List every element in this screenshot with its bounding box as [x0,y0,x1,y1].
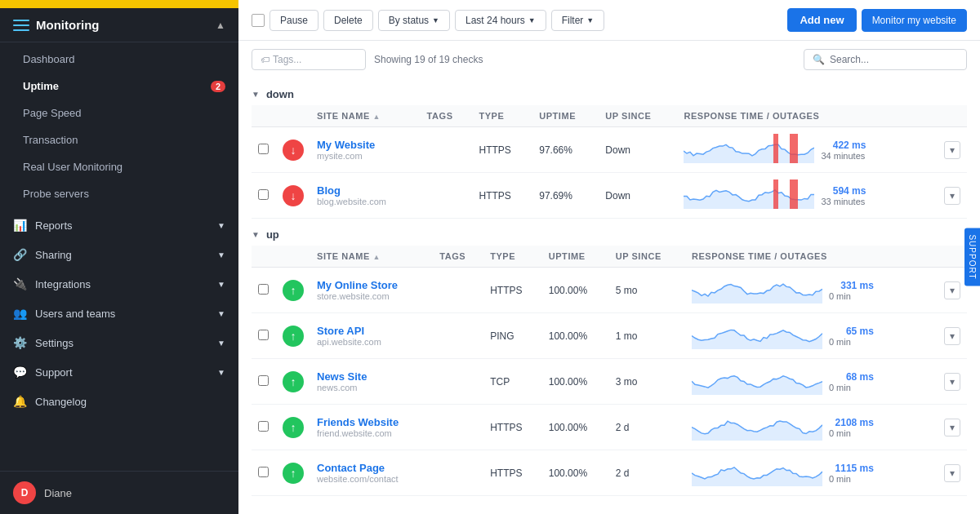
row-checkbox[interactable] [258,189,269,200]
search-box[interactable]: 🔍 Search... [804,49,967,70]
sidebar-item-support[interactable]: 💬 Support ▼ [0,357,238,387]
pause-button[interactable]: Pause [270,10,318,31]
sidebar-item-changelog[interactable]: 🔔 Changelog [0,387,238,416]
sidebar-item-integrations[interactable]: 🔌 Integrations ▼ [0,269,238,299]
type-cell: TCP [483,359,542,405]
sidebar-item-transaction[interactable]: Transaction [0,126,238,153]
table-row: ↑ Store API api.website.com PING 100.00%… [252,313,967,359]
row-menu-button[interactable]: ▾ [944,419,960,436]
site-url: blog.website.com [317,197,414,206]
add-new-button[interactable]: Add new [787,8,856,32]
tags-cell [433,268,483,313]
down-collapse-icon[interactable]: ▼ [252,90,260,99]
uptime-cell: 100.00% [542,313,609,359]
sidebar-collapse-icon[interactable]: ▲ [216,20,225,31]
row-menu-button[interactable]: ▾ [944,281,960,299]
site-name[interactable]: My Website [317,139,414,151]
site-name[interactable]: Contact Page [317,462,426,474]
sparkline [684,134,814,166]
tags-cell [433,359,483,405]
sidebar-item-sharing[interactable]: 🔗 Sharing ▼ [0,240,238,269]
down-col-up-since: UP SINCE [599,105,677,127]
up-since-cell: 2 d [609,405,685,450]
uptime-badge: 2 [211,81,225,92]
site-url: news.com [317,383,426,392]
reports-icon: 📊 [13,219,27,232]
settings-icon: ⚙️ [13,336,27,349]
up-section: ▼ up SITE NAME ▲ TAGS TYPE UPTIME UP SIN… [238,219,980,496]
row-menu-button[interactable]: ▾ [944,327,960,345]
up-col-uptime: UPTIME [542,246,609,268]
type-cell: HTTPS [483,405,542,450]
delete-button[interactable]: Delete [323,10,373,31]
up-section-header: ▼ up [252,219,967,246]
showing-count: Showing 19 of 19 checks [374,54,795,65]
search-icon: 🔍 [813,54,825,65]
down-sort-icon[interactable]: ▲ [372,113,380,121]
svg-rect-2 [773,179,778,209]
row-checkbox[interactable] [258,330,269,340]
row-checkbox[interactable] [258,144,269,154]
sidebar-item-users-teams[interactable]: 👥 Users and teams ▼ [0,299,238,328]
up-sort-icon[interactable]: ▲ [372,253,380,261]
response-cell: 422 ms 34 minutes [684,134,931,166]
down-section-title: down [266,88,294,100]
row-checkbox[interactable] [258,375,269,386]
tags-cell [433,405,483,450]
status-icon: ↓ [283,185,304,206]
row-checkbox[interactable] [258,467,269,477]
site-name[interactable]: My Online Store [317,279,426,291]
sidebar-item-settings[interactable]: ⚙️ Settings ▼ [0,328,238,357]
down-section-header: ▼ down [252,78,967,105]
uptime-cell: 97.69% [532,173,599,219]
support-label: Support [35,366,73,379]
filter-button[interactable]: Filter ▼ [551,10,605,31]
site-name[interactable]: News Site [317,370,426,383]
support-float-button[interactable]: SUPPORT [964,228,980,286]
tags-filter[interactable]: 🏷 Tags... [252,49,366,70]
row-checkbox[interactable] [258,421,269,432]
uptime-cell: 100.00% [542,450,609,496]
uptime-cell: 100.00% [542,268,609,313]
table-row: ↓ Blog blog.website.com HTTPS 97.69% Dow… [252,173,967,219]
down-col-site-name: SITE NAME [317,111,370,121]
up-collapse-icon[interactable]: ▼ [252,230,260,239]
last-24h-button[interactable]: Last 24 hours ▼ [455,10,546,31]
by-status-button[interactable]: By status ▼ [378,10,450,31]
search-placeholder: Search... [830,54,869,65]
row-menu-button[interactable]: ▾ [944,464,960,482]
svg-rect-3 [790,179,798,209]
settings-label: Settings [35,337,74,349]
site-name[interactable]: Store API [317,325,426,337]
toolbar: Pause Delete By status ▼ Last 24 hours ▼… [238,0,980,41]
sidebar-item-rum[interactable]: Real User Monitoring [0,153,238,180]
sidebar-item-probe[interactable]: Probe servers [0,180,238,207]
status-icon: ↑ [283,417,304,438]
select-all-checkbox[interactable] [252,14,265,27]
response-sub: 0 min [829,337,874,347]
sidebar-item-page-speed[interactable]: Page Speed [0,100,238,126]
support-chevron: ▼ [217,368,225,377]
sidebar-item-dashboard[interactable]: Dashboard [0,46,238,73]
by-status-label: By status [389,15,429,26]
tags-cell [433,450,483,496]
monitor-website-button[interactable]: Monitor my website [862,9,967,32]
response-sub: 0 min [829,383,874,392]
site-name[interactable]: Blog [317,184,414,197]
sidebar-item-reports[interactable]: 📊 Reports ▼ [0,210,238,240]
row-menu-button[interactable]: ▾ [944,187,960,205]
tag-icon: 🏷 [261,55,270,64]
row-menu-button[interactable]: ▾ [944,373,960,391]
last-24h-arrow: ▼ [528,16,536,24]
sidebar-item-uptime[interactable]: Uptime 2 [0,73,238,100]
row-menu-button[interactable]: ▾ [944,141,960,159]
site-url: api.website.com [317,337,426,347]
users-teams-label: Users and teams [35,308,115,320]
site-name[interactable]: Friends Website [317,416,426,428]
type-cell: HTTPS [483,268,542,313]
response-ms: 422 ms [821,140,866,151]
down-col-tags: TAGS [421,105,473,127]
integrations-chevron: ▼ [217,280,225,289]
row-checkbox[interactable] [258,284,269,295]
main-content: Pause Delete By status ▼ Last 24 hours ▼… [238,0,980,514]
